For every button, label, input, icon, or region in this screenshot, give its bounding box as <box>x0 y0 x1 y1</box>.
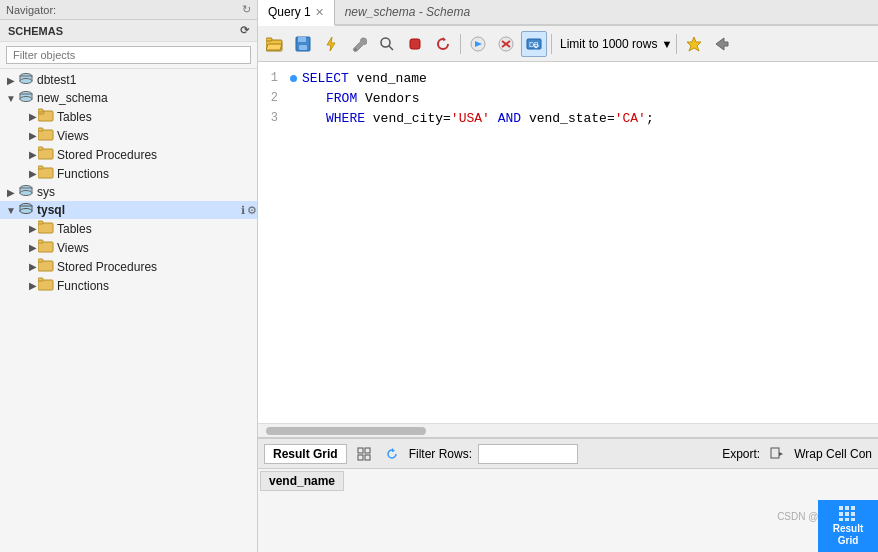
bookmark-btn[interactable] <box>681 31 707 57</box>
grid-icon <box>357 447 371 461</box>
folder-functions-tysql[interactable]: ▶ Functions <box>0 276 257 295</box>
result-grid-tab-label: Result Grid <box>273 447 338 461</box>
svg-rect-58 <box>845 506 849 510</box>
str-ca: 'CA' <box>615 111 646 126</box>
settings-btn[interactable] <box>346 31 372 57</box>
svg-rect-34 <box>299 45 307 50</box>
svg-rect-53 <box>365 455 370 460</box>
result-table: vend_name <box>260 471 344 491</box>
result-grid-btn[interactable]: ResultGrid <box>818 500 878 552</box>
expand-arrow-tysql[interactable]: ▼ <box>4 205 18 216</box>
search-icon <box>379 36 395 52</box>
svg-point-5 <box>20 97 32 102</box>
filter-rows-input[interactable] <box>478 444 578 464</box>
grid-icon-btn[interactable] <box>353 443 375 465</box>
schema-sync-icon: DB <box>525 36 543 52</box>
folder-icon-views-new <box>38 127 54 144</box>
tab-query1[interactable]: Query 1 ✕ <box>258 0 335 26</box>
refresh-btn[interactable] <box>430 31 456 57</box>
svg-rect-24 <box>38 240 43 243</box>
limit-dropdown-arrow[interactable]: ▼ <box>661 38 672 50</box>
folder-icon-views-tysql <box>38 239 54 256</box>
code-text2: Vendors <box>357 91 419 106</box>
help-btn[interactable] <box>709 31 735 57</box>
stop-btn[interactable] <box>402 31 428 57</box>
code-line-1: 1 SELECT vend_name <box>258 68 878 88</box>
hscroll-bar[interactable] <box>258 423 878 437</box>
arrow-icon <box>714 36 730 52</box>
folder-tables-tysql[interactable]: ▶ Tables <box>0 219 257 238</box>
limit-label: Limit to 1000 rows <box>560 37 657 51</box>
save-btn[interactable] <box>290 31 316 57</box>
folder-storedprocs-tysql[interactable]: ▶ Stored Procedures <box>0 257 257 276</box>
execute-sel-btn[interactable] <box>465 31 491 57</box>
line-dot-1 <box>288 75 298 82</box>
folder-icon-svg5 <box>38 220 54 234</box>
svg-rect-22 <box>38 221 43 224</box>
svg-rect-60 <box>839 512 843 516</box>
result-grid-tab[interactable]: Result Grid <box>264 444 347 464</box>
folder-label-tables-new: Tables <box>57 110 92 124</box>
schema-item-sys[interactable]: ▶ sys <box>0 183 257 201</box>
schema-item-dbtest1[interactable]: ▶ dbtest1 <box>0 71 257 89</box>
folder-functions-new_schema[interactable]: ▶ Functions <box>0 164 257 183</box>
cancel-btn[interactable] <box>493 31 519 57</box>
schemas-icon[interactable]: ⟳ <box>240 24 249 37</box>
execute-btn[interactable] <box>318 31 344 57</box>
folder-label-storedprocs-tysql: Stored Procedures <box>57 260 157 274</box>
folder-icon-svg8 <box>38 277 54 291</box>
refresh-results-btn[interactable] <box>381 443 403 465</box>
tab-schema-extra: new_schema - Schema <box>335 0 480 24</box>
code-line-2: 2 FROM Vendors <box>258 88 878 108</box>
schema-item-tysql[interactable]: ▼ tysql ℹ ⚙ <box>0 201 257 219</box>
filter-input[interactable] <box>6 46 251 64</box>
schema-sync-btn[interactable]: DB <box>521 31 547 57</box>
folder-label-functions-new: Functions <box>57 167 109 181</box>
svg-marker-35 <box>327 37 335 51</box>
svg-rect-52 <box>358 455 363 460</box>
schema-action-icon2[interactable]: ⚙ <box>247 204 257 217</box>
db-icon-sys <box>18 184 34 200</box>
stop-icon <box>407 36 423 52</box>
line-number-1: 1 <box>258 71 288 85</box>
folder-storedprocs-new_schema[interactable]: ▶ Stored Procedures <box>0 145 257 164</box>
navigator-panel: Navigator: ↻ SCHEMAS ⟳ ▶ <box>0 0 258 552</box>
export-btn[interactable] <box>766 443 788 465</box>
folder-icon-storedprocs-tysql <box>38 258 54 275</box>
folder-label-views-tysql: Views <box>57 241 89 255</box>
expand-arrow-tables-new[interactable]: ▶ <box>28 111 38 122</box>
code-editor[interactable]: 1 SELECT vend_name 2 FROM Vendors 3 WHER… <box>258 62 878 423</box>
svg-rect-26 <box>38 259 43 262</box>
result-grid-container: vend_name <box>258 469 570 552</box>
folder-icon-svg2 <box>38 127 54 141</box>
schema-action-icon1[interactable]: ℹ <box>241 204 245 217</box>
line-number-2: 2 <box>258 91 288 105</box>
refresh-icon[interactable]: ↻ <box>242 3 251 16</box>
line-number-3: 3 <box>258 111 288 125</box>
navigator-header: Navigator: ↻ <box>0 0 257 20</box>
svg-marker-49 <box>716 38 728 50</box>
folder-views-tysql[interactable]: ▶ Views <box>0 238 257 257</box>
code-text3: vend_city= <box>365 111 451 126</box>
schema-item-new_schema[interactable]: ▼ new_schema <box>0 89 257 107</box>
bottom-content: vend_name CSDN @Begonia_cat <box>258 469 878 552</box>
tree-container: ▶ dbtest1 ▼ <box>0 69 257 552</box>
folder-icon-svg6 <box>38 239 54 253</box>
hscroll-thumb[interactable] <box>266 427 426 435</box>
limit-dropdown[interactable]: Limit to 1000 rows ▼ <box>560 37 672 51</box>
open-folder-btn[interactable] <box>262 31 288 57</box>
toolbar-sep1 <box>460 34 461 54</box>
tab-query1-close[interactable]: ✕ <box>315 6 324 19</box>
search-btn[interactable] <box>374 31 400 57</box>
schemas-header-left: SCHEMAS <box>8 25 63 37</box>
expand-arrow-dbtest1[interactable]: ▶ <box>4 75 18 86</box>
kw-where: WHERE <box>326 111 365 126</box>
expand-arrow-sys[interactable]: ▶ <box>4 187 18 198</box>
expand-arrow-new_schema[interactable]: ▼ <box>4 93 18 104</box>
folder-tables-new_schema[interactable]: ▶ Tables <box>0 107 257 126</box>
folder-views-new_schema[interactable]: ▶ Views <box>0 126 257 145</box>
folder-label-tables-tysql: Tables <box>57 222 92 236</box>
code-line-3: 3 WHERE vend_city='USA' AND vend_state='… <box>258 108 878 128</box>
db-icon-tysql <box>18 202 34 218</box>
svg-rect-61 <box>845 512 849 516</box>
